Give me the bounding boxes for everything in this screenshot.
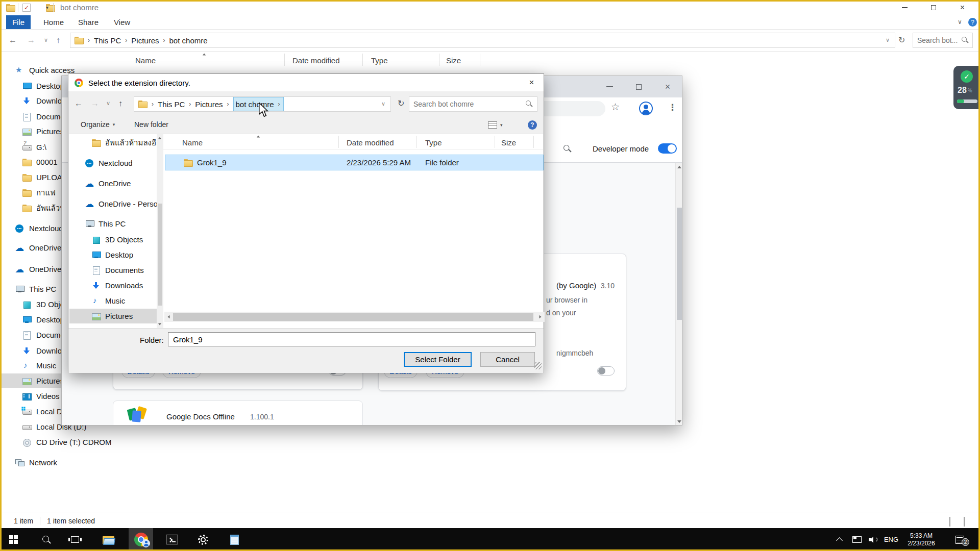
task-view-button[interactable] — [63, 528, 87, 551]
column-size[interactable]: Size — [446, 56, 461, 65]
profile-avatar-icon[interactable] — [639, 102, 653, 115]
new-folder-button[interactable]: New folder — [134, 120, 168, 129]
sidebar-item-cd-drive[interactable]: CD Drive (T:) CDROM — [0, 435, 121, 449]
scroll-down-icon[interactable] — [677, 420, 681, 423]
tray-volume[interactable] — [864, 528, 881, 551]
select-folder-button[interactable]: Select Folder — [404, 352, 472, 367]
dialog-sidebar-item-music[interactable]: Music — [69, 293, 157, 308]
view-mode-icon[interactable] — [488, 121, 497, 129]
bookmark-star-icon[interactable]: ☆ — [611, 101, 620, 113]
folder-name-input[interactable] — [168, 332, 535, 346]
qat-customize-chevron-icon[interactable]: ▾ — [46, 5, 48, 10]
tray-language[interactable]: ENG — [881, 528, 901, 551]
maximize-button[interactable] — [922, 0, 945, 15]
taskbar-search-button[interactable] — [34, 528, 59, 551]
extensions-search-icon[interactable] — [564, 145, 572, 153]
dialog-sidebar-item-desktop[interactable]: Desktop — [69, 247, 157, 262]
dialog-sidebar-item-onedrive-personal[interactable]: OneDrive - Personal — [69, 196, 157, 211]
column-size[interactable]: Size — [501, 138, 516, 147]
view-mode-chevron-icon[interactable]: ▾ — [500, 122, 503, 128]
refresh-icon[interactable]: ↻ — [898, 36, 905, 44]
column-type[interactable]: Type — [371, 56, 388, 65]
taskbar-settings[interactable] — [191, 528, 215, 551]
dialog-address-chevron-icon[interactable]: ∨ — [381, 101, 385, 107]
address-box[interactable]: › This PC › Pictures › bot chomre ∨ — [70, 33, 895, 48]
large-icons-view-icon[interactable] — [964, 517, 965, 527]
scrollbar-thumb[interactable] — [158, 204, 162, 306]
scroll-left-icon[interactable] — [168, 315, 170, 318]
column-type[interactable]: Type — [425, 138, 442, 147]
dialog-refresh-icon[interactable]: ↻ — [398, 99, 404, 108]
dialog-sidebar-item-documents[interactable]: Documents — [69, 263, 157, 278]
column-date-modified[interactable]: Date modified — [347, 138, 394, 147]
minimize-button[interactable] — [893, 0, 916, 15]
tray-network[interactable] — [848, 528, 866, 551]
chrome-maximize-button[interactable] — [630, 79, 647, 94]
dialog-titlebar[interactable]: Select the extension directory. × — [68, 74, 544, 91]
dialog-sidebar-item-nextcloud[interactable]: Nextcloud — [69, 156, 157, 170]
dialog-h-scrollbar[interactable] — [164, 312, 545, 322]
dialog-sidebar-item-uploaded[interactable]: อัพแล้วห้ามลงอีก — [69, 135, 157, 150]
dialog-forward-icon[interactable]: → — [91, 99, 99, 108]
scroll-up-icon[interactable] — [677, 166, 681, 168]
tab-share[interactable]: Share — [77, 15, 100, 29]
developer-mode-toggle[interactable] — [658, 143, 677, 154]
back-icon[interactable]: ← — [9, 36, 17, 44]
chrome-minimize-button[interactable] — [601, 79, 618, 94]
recent-locations-chevron-icon[interactable]: ∨ — [44, 37, 48, 43]
dialog-recent-chevron-icon[interactable]: ∨ — [106, 101, 110, 106]
security-widget[interactable]: ✓ 28% — [953, 66, 980, 109]
close-button[interactable]: × — [951, 0, 974, 15]
start-button[interactable] — [1, 528, 26, 551]
dialog-sidebar-item-downloads[interactable]: Downloads — [69, 278, 157, 293]
tray-show-hidden-icons[interactable] — [830, 528, 848, 551]
ribbon-collapse-icon[interactable]: ∨ — [958, 18, 962, 26]
dialog-help-icon[interactable]: ? — [528, 120, 537, 130]
dialog-close-button[interactable]: × — [520, 74, 543, 90]
crumb-pictures[interactable]: Pictures — [131, 36, 159, 45]
file-row-grok1-9[interactable]: Grok1_9 2/23/2026 5:29 AM File folder — [165, 155, 544, 170]
notification-center-button[interactable]: 2 — [947, 528, 972, 551]
scroll-right-icon[interactable] — [540, 315, 542, 318]
cancel-button[interactable]: Cancel — [480, 352, 535, 367]
scrollbar-thumb[interactable] — [677, 208, 682, 320]
organize-button[interactable]: Organize▾ — [81, 120, 115, 129]
crumb-bot-chomre[interactable]: bot chomre — [169, 36, 208, 45]
dialog-up-icon[interactable]: ↑ — [118, 99, 122, 108]
dialog-crumb-pictures[interactable]: Pictures — [195, 100, 223, 109]
extension-toggle[interactable] — [597, 366, 615, 375]
tab-home[interactable]: Home — [42, 15, 65, 29]
dialog-sidebar-item-onedrive[interactable]: OneDrive — [69, 176, 157, 191]
dialog-crumb-this-pc[interactable]: This PC — [158, 100, 185, 109]
chrome-scrollbar[interactable] — [675, 163, 682, 425]
dialog-search-input[interactable] — [409, 96, 537, 112]
chrome-close-button[interactable]: × — [659, 79, 676, 94]
tab-view[interactable]: View — [110, 15, 134, 29]
taskbar-notepad[interactable] — [222, 528, 247, 551]
sidebar-item-network[interactable]: Network — [0, 455, 121, 470]
column-date-modified[interactable]: Date modified — [292, 56, 340, 65]
details-view-icon[interactable] — [949, 517, 950, 527]
column-name[interactable]: Name — [182, 138, 203, 147]
scrollbar-thumb[interactable] — [173, 313, 533, 321]
forward-icon[interactable]: → — [27, 36, 35, 44]
scroll-up-icon[interactable] — [158, 137, 161, 139]
crumb-this-pc[interactable]: This PC — [94, 36, 121, 45]
dialog-sidebar-item-pictures[interactable]: Pictures — [69, 309, 157, 323]
dialog-search-icon[interactable] — [526, 101, 533, 108]
help-icon[interactable]: ? — [968, 18, 977, 27]
resize-grip[interactable] — [534, 362, 542, 369]
explorer-search-icon[interactable] — [962, 37, 969, 44]
scroll-down-icon[interactable] — [158, 323, 161, 325]
dialog-sidebar-scrollbar[interactable] — [157, 134, 163, 328]
dialog-back-icon[interactable]: ← — [75, 99, 83, 108]
kebab-menu-icon[interactable]: ⋮ — [668, 102, 677, 113]
qat-check-icon[interactable]: ✓ — [22, 4, 31, 12]
dialog-sidebar-item-this-pc[interactable]: This PC — [69, 216, 157, 231]
dialog-sidebar-item-3d-objects[interactable]: 3D Objects — [69, 232, 157, 247]
address-dropdown-chevron-icon[interactable]: ∨ — [886, 37, 890, 43]
taskbar-terminal[interactable] — [160, 528, 184, 551]
taskbar-file-explorer[interactable] — [96, 528, 120, 551]
tab-file[interactable]: File — [6, 15, 31, 29]
column-name[interactable]: Name — [135, 56, 156, 65]
